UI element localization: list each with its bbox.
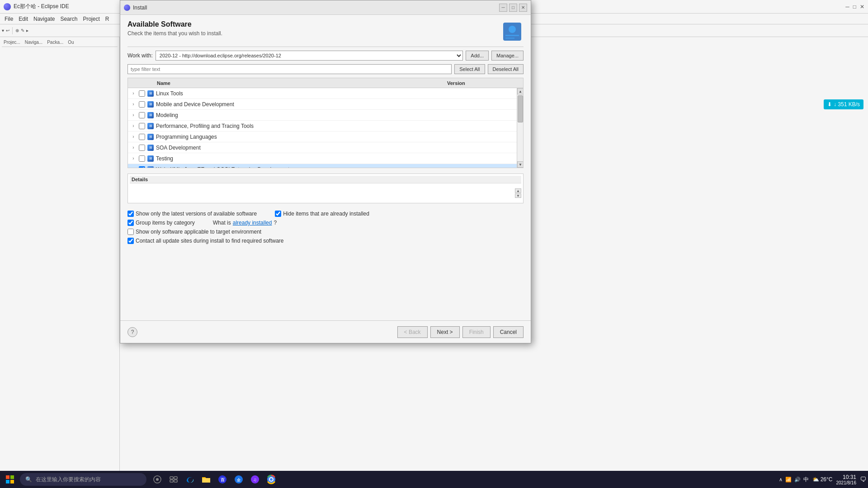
row-expander-2[interactable]: › — [130, 102, 137, 107]
sidebar-tab-navigate[interactable]: Naviga... — [23, 39, 44, 46]
taskbar-time[interactable]: 10:31 2021/8/16 — [836, 474, 857, 485]
menu-project[interactable]: Project — [80, 16, 102, 22]
taskbar-search-bar[interactable]: 🔍 在这里输入你要搜索的内容 — [20, 473, 146, 486]
details-content: ▲ ▼ — [130, 185, 521, 201]
row-checkbox-7[interactable] — [139, 155, 145, 162]
package-icon-3: ⊞ — [147, 112, 154, 118]
scrollbar-thumb[interactable] — [518, 95, 523, 122]
row-icon-2: ⊞ — [147, 101, 154, 108]
option-group-category: Group items by category — [127, 220, 195, 226]
toolbar-btn-5[interactable]: ▸ — [26, 28, 28, 33]
scrollbar-down-arrow[interactable]: ▼ — [517, 161, 524, 168]
work-with-row: Work with: 2020-12 - http://download.ecl… — [127, 51, 524, 61]
tray-expand[interactable]: ∧ — [779, 477, 783, 483]
taskbar-app-files[interactable] — [199, 472, 213, 487]
tray-network[interactable]: 📶 — [785, 477, 792, 483]
taskbar-app-chrome[interactable] — [264, 472, 278, 487]
back-button[interactable]: < Back — [397, 326, 428, 338]
dialog-maximize-btn[interactable]: □ — [509, 4, 517, 12]
toolbar-btn-3[interactable]: ⊕ — [15, 28, 19, 33]
toolbar-btn-2[interactable]: ↩ — [6, 28, 9, 33]
row-expander-6[interactable]: › — [130, 145, 137, 150]
sidebar-tab-outline[interactable]: Ou — [66, 39, 75, 46]
already-installed-link[interactable]: already installed — [233, 220, 272, 226]
taskbar-app-cortana[interactable] — [150, 472, 165, 487]
table-row[interactable]: › ⊞ Programming Languages — [128, 131, 523, 142]
option-checkbox-hide-installed[interactable] — [275, 211, 281, 217]
finish-button[interactable]: Finish — [462, 326, 491, 338]
option-checkbox-show-applicable[interactable] — [127, 229, 134, 235]
menu-file[interactable]: File — [2, 16, 16, 22]
taskbar-app-taskview[interactable] — [166, 472, 181, 487]
table-body: › ⊞ Linux Tools › ⊞ Mobile and Device De… — [128, 88, 523, 168]
dialog-close-btn[interactable]: ✕ — [519, 4, 527, 12]
menu-run[interactable]: R — [103, 16, 112, 22]
taskbar-weather[interactable]: ⛅ 26°C — [812, 476, 833, 483]
help-button[interactable]: ? — [127, 327, 137, 337]
close-btn[interactable]: ✕ — [860, 4, 864, 10]
row-expander-5[interactable]: › — [130, 134, 137, 139]
sidebar-tab-package[interactable]: Packa... — [45, 39, 65, 46]
sidebar-tab-project[interactable]: Projec... — [2, 39, 22, 46]
table-row[interactable]: › ⊞ SOA Development — [128, 142, 523, 153]
dialog-header-icon — [501, 20, 524, 43]
row-checkbox-3[interactable] — [139, 112, 145, 118]
row-expander-1[interactable]: › — [130, 91, 137, 96]
details-down-arrow[interactable]: ▼ — [515, 193, 521, 198]
menu-search[interactable]: Search — [57, 16, 80, 22]
row-checkbox-6[interactable] — [139, 145, 145, 151]
row-name-3: Modeling — [156, 112, 453, 118]
table-row-selected[interactable]: › ⊞ Web, XML, Java EE and OSGi Enterpris… — [128, 164, 523, 168]
details-up-arrow[interactable]: ▲ — [515, 188, 521, 193]
option-checkbox-show-latest[interactable] — [127, 211, 134, 217]
add-button[interactable]: Add... — [466, 51, 489, 61]
taskbar-app-music[interactable]: ♫ — [248, 472, 262, 487]
table-row[interactable]: › ⊞ Modeling — [128, 110, 523, 121]
scrollbar-up-arrow[interactable]: ▲ — [517, 88, 524, 94]
minimize-btn[interactable]: ─ — [845, 4, 849, 10]
maximize-btn[interactable]: □ — [853, 4, 856, 10]
start-button[interactable] — [2, 471, 18, 488]
package-icon-5: ⊞ — [147, 134, 154, 140]
toolbar-btn-4[interactable]: ✎ — [21, 28, 24, 33]
row-expander-3[interactable]: › — [130, 113, 137, 117]
row-expander-8[interactable]: › — [130, 167, 137, 168]
row-expander-4[interactable]: › — [130, 123, 137, 128]
tray-lang[interactable]: 中 — [803, 476, 809, 483]
table-row[interactable]: › ⊞ Testing — [128, 153, 523, 164]
option-checkbox-contact-sites[interactable] — [127, 238, 134, 244]
filter-input[interactable] — [127, 64, 452, 74]
menu-navigate[interactable]: Navigate — [31, 16, 57, 22]
table-row[interactable]: › ⊞ Mobile and Device Development — [128, 99, 523, 110]
table-row[interactable]: › ⊞ Linux Tools — [128, 88, 523, 99]
manage-button[interactable]: Manage... — [491, 51, 524, 61]
tray-volume[interactable]: 🔊 — [794, 477, 801, 483]
menu-edit[interactable]: Edit — [16, 16, 31, 22]
taskbar-apps: 百 企 ♫ — [150, 472, 278, 487]
deselect-all-button[interactable]: Deselect All — [488, 64, 524, 74]
cancel-button[interactable]: Cancel — [493, 326, 524, 338]
download-icon: ⬇ — [827, 101, 832, 108]
taskbar-app-edge[interactable] — [183, 472, 197, 487]
row-checkbox-8[interactable] — [139, 166, 145, 168]
row-expander-7[interactable]: › — [130, 156, 137, 161]
table-row[interactable]: › ⊞ Performance, Profiling and Tracing T… — [128, 121, 523, 131]
next-button[interactable]: Next > — [430, 326, 460, 338]
tray-notifications[interactable]: 🗨 — [860, 476, 866, 483]
dialog-minimize-btn[interactable]: ─ — [499, 4, 507, 12]
select-all-button[interactable]: Select All — [454, 64, 485, 74]
row-checkbox-2[interactable] — [139, 101, 145, 108]
svg-rect-4 — [6, 475, 9, 479]
option-show-applicable: Show only software applicable to target … — [127, 229, 261, 235]
option-checkbox-group-category[interactable] — [127, 220, 134, 226]
work-with-select[interactable]: 2020-12 - http://download.eclipse.org/re… — [156, 51, 463, 61]
details-section: Details ▲ ▼ — [127, 174, 524, 203]
row-checkbox-4[interactable] — [139, 123, 145, 129]
toolbar-btn-1[interactable]: ▾ — [2, 28, 4, 33]
download-widget[interactable]: ⬇ ↓ 351 KB/s — [824, 99, 863, 109]
row-checkbox-5[interactable] — [139, 134, 145, 140]
package-icon-7: ⊞ — [147, 155, 154, 162]
row-checkbox-1[interactable] — [139, 90, 145, 97]
taskbar-app-qq[interactable]: 企 — [231, 472, 246, 487]
taskbar-app-baidu[interactable]: 百 — [215, 472, 230, 487]
